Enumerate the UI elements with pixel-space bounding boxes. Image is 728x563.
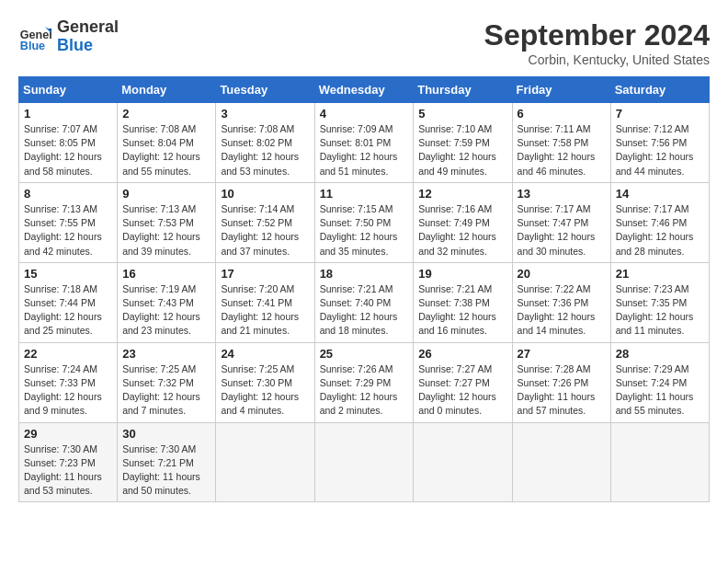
location: Corbin, Kentucky, United States xyxy=(484,52,710,67)
logo: General Blue General Blue xyxy=(18,18,119,55)
calendar-cell: 8Sunrise: 7:13 AMSunset: 7:55 PMDaylight… xyxy=(19,182,118,262)
day-number: 9 xyxy=(122,187,210,201)
day-number: 24 xyxy=(221,347,309,361)
weekday-header-tuesday: Tuesday xyxy=(216,77,314,103)
calendar-cell xyxy=(414,422,512,502)
day-info: Sunrise: 7:17 AMSunset: 7:46 PMDaylight:… xyxy=(616,202,704,259)
day-number: 26 xyxy=(418,347,506,361)
calendar-cell: 14Sunrise: 7:17 AMSunset: 7:46 PMDayligh… xyxy=(610,182,709,262)
day-number: 13 xyxy=(518,187,606,201)
day-info: Sunrise: 7:29 AMSunset: 7:24 PMDaylight:… xyxy=(616,362,704,419)
calendar-cell: 18Sunrise: 7:21 AMSunset: 7:40 PMDayligh… xyxy=(314,262,414,342)
calendar-cell: 23Sunrise: 7:25 AMSunset: 7:32 PMDayligh… xyxy=(118,342,216,422)
day-info: Sunrise: 7:16 AMSunset: 7:49 PMDaylight:… xyxy=(418,202,506,259)
day-info: Sunrise: 7:12 AMSunset: 7:56 PMDaylight:… xyxy=(616,122,704,178)
day-number: 15 xyxy=(24,267,112,281)
day-info: Sunrise: 7:28 AMSunset: 7:26 PMDaylight:… xyxy=(518,362,606,419)
calendar-cell: 10Sunrise: 7:14 AMSunset: 7:52 PMDayligh… xyxy=(216,182,314,262)
day-number: 21 xyxy=(616,267,704,281)
day-info: Sunrise: 7:20 AMSunset: 7:41 PMDaylight:… xyxy=(221,282,309,339)
weekday-header-monday: Monday xyxy=(118,77,216,103)
day-info: Sunrise: 7:13 AMSunset: 7:53 PMDaylight:… xyxy=(122,202,210,259)
day-info: Sunrise: 7:21 AMSunset: 7:38 PMDaylight:… xyxy=(418,282,506,339)
day-info: Sunrise: 7:09 AMSunset: 8:01 PMDaylight:… xyxy=(320,122,409,178)
calendar-cell: 2Sunrise: 7:08 AMSunset: 8:04 PMDaylight… xyxy=(118,103,216,183)
calendar-cell: 17Sunrise: 7:20 AMSunset: 7:41 PMDayligh… xyxy=(216,262,314,342)
calendar-cell: 13Sunrise: 7:17 AMSunset: 7:47 PMDayligh… xyxy=(512,182,610,262)
day-info: Sunrise: 7:26 AMSunset: 7:29 PMDaylight:… xyxy=(320,362,409,419)
calendar-week-row: 22Sunrise: 7:24 AMSunset: 7:33 PMDayligh… xyxy=(19,342,710,422)
day-number: 14 xyxy=(616,187,704,201)
month-title: September 2024 xyxy=(484,18,710,52)
calendar-cell xyxy=(610,422,709,502)
day-number: 17 xyxy=(221,267,309,281)
day-number: 7 xyxy=(616,107,704,121)
calendar-table: SundayMondayTuesdayWednesdayThursdayFrid… xyxy=(18,76,710,502)
calendar-cell: 16Sunrise: 7:19 AMSunset: 7:43 PMDayligh… xyxy=(118,262,216,342)
weekday-header-wednesday: Wednesday xyxy=(314,77,414,103)
title-section: September 2024 Corbin, Kentucky, United … xyxy=(484,18,710,67)
calendar-cell: 15Sunrise: 7:18 AMSunset: 7:44 PMDayligh… xyxy=(19,262,118,342)
day-info: Sunrise: 7:17 AMSunset: 7:47 PMDaylight:… xyxy=(518,202,606,259)
day-number: 8 xyxy=(24,187,112,201)
day-info: Sunrise: 7:22 AMSunset: 7:36 PMDaylight:… xyxy=(518,282,606,339)
day-info: Sunrise: 7:19 AMSunset: 7:43 PMDaylight:… xyxy=(122,282,210,339)
day-number: 20 xyxy=(518,267,606,281)
calendar-cell: 20Sunrise: 7:22 AMSunset: 7:36 PMDayligh… xyxy=(512,262,610,342)
calendar-cell xyxy=(314,422,414,502)
day-number: 6 xyxy=(518,107,606,121)
day-number: 27 xyxy=(518,347,606,361)
day-info: Sunrise: 7:18 AMSunset: 7:44 PMDaylight:… xyxy=(24,282,112,339)
calendar-cell: 24Sunrise: 7:25 AMSunset: 7:30 PMDayligh… xyxy=(216,342,314,422)
logo-icon: General Blue xyxy=(18,20,51,53)
day-info: Sunrise: 7:08 AMSunset: 8:04 PMDaylight:… xyxy=(122,122,210,178)
calendar-cell: 28Sunrise: 7:29 AMSunset: 7:24 PMDayligh… xyxy=(610,342,709,422)
calendar-cell: 21Sunrise: 7:23 AMSunset: 7:35 PMDayligh… xyxy=(610,262,709,342)
weekday-header-friday: Friday xyxy=(512,77,610,103)
calendar-cell: 19Sunrise: 7:21 AMSunset: 7:38 PMDayligh… xyxy=(414,262,512,342)
day-info: Sunrise: 7:21 AMSunset: 7:40 PMDaylight:… xyxy=(320,282,409,339)
day-info: Sunrise: 7:27 AMSunset: 7:27 PMDaylight:… xyxy=(418,362,506,419)
calendar-cell: 22Sunrise: 7:24 AMSunset: 7:33 PMDayligh… xyxy=(19,342,118,422)
calendar-week-row: 1Sunrise: 7:07 AMSunset: 8:05 PMDaylight… xyxy=(19,103,710,183)
calendar-cell: 30Sunrise: 7:30 AMSunset: 7:21 PMDayligh… xyxy=(118,422,216,502)
day-number: 16 xyxy=(122,267,210,281)
day-info: Sunrise: 7:25 AMSunset: 7:30 PMDaylight:… xyxy=(221,362,309,419)
calendar-cell xyxy=(512,422,610,502)
day-number: 4 xyxy=(320,107,409,121)
day-number: 11 xyxy=(320,187,409,201)
day-info: Sunrise: 7:15 AMSunset: 7:50 PMDaylight:… xyxy=(320,202,409,259)
day-number: 10 xyxy=(221,187,309,201)
day-number: 5 xyxy=(418,107,506,121)
day-info: Sunrise: 7:10 AMSunset: 7:59 PMDaylight:… xyxy=(418,122,506,178)
calendar-week-row: 8Sunrise: 7:13 AMSunset: 7:55 PMDaylight… xyxy=(19,182,710,262)
calendar-cell: 9Sunrise: 7:13 AMSunset: 7:53 PMDaylight… xyxy=(118,182,216,262)
day-info: Sunrise: 7:30 AMSunset: 7:23 PMDaylight:… xyxy=(24,442,112,499)
day-info: Sunrise: 7:07 AMSunset: 8:05 PMDaylight:… xyxy=(24,122,112,178)
day-number: 23 xyxy=(122,347,210,361)
day-number: 3 xyxy=(221,107,309,121)
calendar-cell: 6Sunrise: 7:11 AMSunset: 7:58 PMDaylight… xyxy=(512,103,610,183)
calendar-week-row: 29Sunrise: 7:30 AMSunset: 7:23 PMDayligh… xyxy=(19,422,710,502)
day-number: 1 xyxy=(24,107,112,121)
day-number: 12 xyxy=(418,187,506,201)
calendar-cell: 1Sunrise: 7:07 AMSunset: 8:05 PMDaylight… xyxy=(19,103,118,183)
calendar-cell: 29Sunrise: 7:30 AMSunset: 7:23 PMDayligh… xyxy=(19,422,118,502)
calendar-week-row: 15Sunrise: 7:18 AMSunset: 7:44 PMDayligh… xyxy=(19,262,710,342)
calendar-cell: 3Sunrise: 7:08 AMSunset: 8:02 PMDaylight… xyxy=(216,103,314,183)
day-info: Sunrise: 7:30 AMSunset: 7:21 PMDaylight:… xyxy=(122,442,210,499)
calendar-cell: 11Sunrise: 7:15 AMSunset: 7:50 PMDayligh… xyxy=(314,182,414,262)
weekday-header-thursday: Thursday xyxy=(414,77,512,103)
day-number: 28 xyxy=(616,347,704,361)
calendar-cell: 12Sunrise: 7:16 AMSunset: 7:49 PMDayligh… xyxy=(414,182,512,262)
day-info: Sunrise: 7:25 AMSunset: 7:32 PMDaylight:… xyxy=(122,362,210,419)
calendar-cell xyxy=(216,422,314,502)
day-number: 2 xyxy=(122,107,210,121)
calendar-cell: 25Sunrise: 7:26 AMSunset: 7:29 PMDayligh… xyxy=(314,342,414,422)
day-number: 29 xyxy=(24,427,112,441)
day-info: Sunrise: 7:24 AMSunset: 7:33 PMDaylight:… xyxy=(24,362,112,419)
page-header: General Blue General Blue September 2024… xyxy=(18,18,710,67)
calendar-cell: 26Sunrise: 7:27 AMSunset: 7:27 PMDayligh… xyxy=(414,342,512,422)
day-info: Sunrise: 7:14 AMSunset: 7:52 PMDaylight:… xyxy=(221,202,309,259)
day-number: 18 xyxy=(320,267,409,281)
